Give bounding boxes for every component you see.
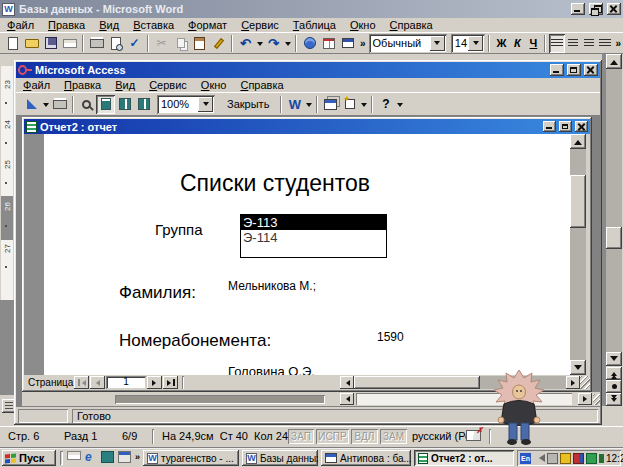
insert-table-icon[interactable] [338, 34, 357, 53]
word-minimize-button[interactable] [571, 3, 585, 15]
resize-grip[interactable] [580, 376, 590, 389]
toolbar-more-button[interactable]: » [357, 38, 369, 49]
bold-button[interactable]: Ж [493, 34, 509, 53]
one-page-icon[interactable] [96, 95, 115, 114]
scroll-thumb[interactable] [570, 175, 586, 228]
group-listbox[interactable]: Э-113 Э-114 [240, 214, 387, 258]
start-button[interactable]: Пуск [2, 450, 56, 466]
align-left-button[interactable] [549, 34, 565, 53]
word-menu-format[interactable]: Формат [181, 18, 234, 32]
word-menu-help[interactable]: Справка [383, 18, 440, 32]
print-icon[interactable] [87, 34, 106, 53]
new-document-icon[interactable] [3, 34, 22, 53]
tray-icon[interactable] [547, 453, 558, 464]
align-justify-button[interactable] [597, 34, 613, 53]
access-menu-tools[interactable]: Сервис [142, 78, 194, 92]
underline-button[interactable]: Ч [525, 34, 541, 53]
quicklaunch-ie-icon[interactable]: e [85, 450, 92, 464]
hscroll-left-icon[interactable] [340, 376, 354, 389]
open-icon[interactable] [22, 34, 41, 53]
hscroll-right-icon[interactable] [578, 393, 592, 405]
taskbar-item-bazy-dannyh[interactable]: Базы данных -... [242, 450, 318, 466]
access-maximize-button[interactable] [567, 64, 581, 76]
undo-dropdown-icon[interactable] [255, 34, 264, 53]
access-close-button[interactable] [584, 64, 598, 76]
group-option[interactable]: Э-114 [241, 230, 386, 245]
align-right-button[interactable] [581, 34, 597, 53]
next-page-icon[interactable] [606, 393, 622, 406]
word-close-button[interactable] [607, 3, 621, 15]
word-menu-edit[interactable]: Правка [41, 18, 92, 32]
word-menu-view[interactable]: Вид [92, 18, 126, 32]
word-menu-insert[interactable]: Вставка [126, 18, 181, 32]
access-menu-help[interactable]: Справка [233, 78, 290, 92]
scroll-up-icon[interactable] [570, 134, 586, 149]
font-size-combo[interactable]: 14 [451, 34, 486, 53]
zoom-combo[interactable]: 100% [157, 95, 215, 114]
taskbar-item-otchet2-active[interactable]: Отчет2 : от... [414, 450, 514, 466]
volume-icon[interactable] [535, 454, 545, 462]
quicklaunch-mail-icon[interactable] [67, 451, 81, 460]
tray-icon[interactable] [560, 453, 571, 464]
italic-button[interactable]: К [509, 34, 525, 53]
word-menu-tools[interactable]: Сервис [234, 18, 286, 32]
office-assistant-character[interactable] [494, 370, 544, 446]
new-object-dropdown-icon[interactable] [359, 95, 368, 114]
report-close-button[interactable] [575, 121, 588, 132]
multiple-pages-icon[interactable] [134, 95, 153, 114]
access-menu-file[interactable]: Файл [16, 78, 57, 92]
tray-icon[interactable] [599, 454, 604, 463]
chevron-down-icon[interactable] [468, 36, 483, 51]
taskbar-item-antipova[interactable]: Антипова : ба... [321, 450, 411, 466]
database-window-icon[interactable] [321, 95, 340, 114]
word-menu-window[interactable]: Окно [343, 18, 383, 32]
scroll-thumb[interactable] [606, 227, 622, 249]
scroll-up-icon[interactable] [606, 54, 622, 69]
taskbar-item-turagenstvo[interactable]: турагенство - ... [143, 450, 239, 466]
format-more-button[interactable]: » [613, 38, 623, 49]
align-center-button[interactable] [565, 34, 581, 53]
tables-borders-icon[interactable] [319, 34, 338, 53]
redo-dropdown-icon[interactable] [283, 34, 292, 53]
print-preview-icon[interactable] [106, 34, 125, 53]
scroll-down-icon[interactable] [606, 352, 622, 366]
scroll-down-icon[interactable] [570, 360, 586, 375]
word-menu-file[interactable]: Файл [0, 18, 41, 32]
hscroll-left-icon[interactable] [340, 393, 354, 405]
undo-icon[interactable] [236, 34, 255, 53]
quicklaunch-channels-icon[interactable] [118, 451, 131, 463]
word-restore-button[interactable] [589, 3, 603, 15]
copy-icon[interactable] [171, 34, 190, 53]
tray-icon[interactable] [586, 453, 597, 464]
page-number-field[interactable]: 1 [106, 376, 146, 389]
word-menu-table[interactable]: Таблица [286, 18, 343, 32]
mail-icon[interactable] [60, 34, 79, 53]
design-view-icon[interactable] [22, 95, 41, 114]
format-painter-icon[interactable] [209, 34, 228, 53]
officelinks-word-icon[interactable]: W [285, 95, 304, 114]
zoom-icon[interactable] [77, 95, 96, 114]
access-menu-edit[interactable]: Правка [57, 78, 108, 92]
next-page-icon[interactable] [147, 376, 162, 389]
close-preview-button[interactable]: Закрыть [219, 95, 277, 114]
report-maximize-button[interactable] [559, 121, 572, 132]
access-menu-view[interactable]: Вид [108, 78, 142, 92]
browse-object-icon[interactable] [606, 380, 622, 393]
group-option-selected[interactable]: Э-113 [241, 215, 386, 230]
access-menu-window[interactable]: Окно [194, 78, 234, 92]
quicklaunch-more-button[interactable]: » [135, 452, 140, 462]
previous-page-icon[interactable] [90, 376, 105, 389]
save-icon[interactable] [41, 34, 60, 53]
tray-clock[interactable]: 12:20 [606, 453, 623, 464]
scroll-track[interactable] [606, 69, 622, 352]
chevron-down-icon[interactable] [198, 97, 213, 112]
style-combo[interactable]: Обычный [369, 34, 447, 53]
hscroll-thumb[interactable] [354, 376, 480, 389]
hscroll-right-icon[interactable] [566, 376, 580, 389]
paste-icon[interactable] [190, 34, 209, 53]
spelling-icon[interactable] [125, 34, 144, 53]
chevron-down-icon[interactable] [430, 36, 445, 51]
officelinks-dropdown-icon[interactable] [304, 95, 313, 114]
print-icon[interactable] [50, 95, 69, 114]
report-minimize-button[interactable] [543, 121, 556, 132]
